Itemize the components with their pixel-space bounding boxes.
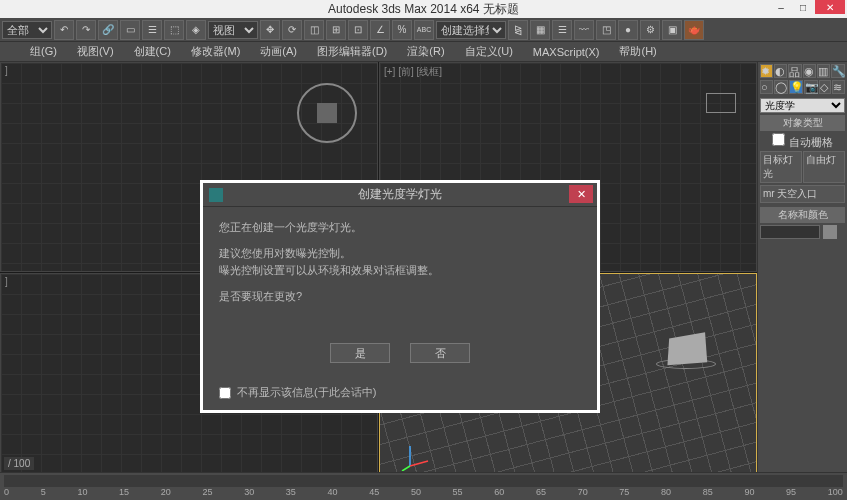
menu-modifiers[interactable]: 修改器(M) bbox=[181, 42, 251, 61]
render-setup-icon[interactable]: ⚙ bbox=[640, 20, 660, 40]
link-icon[interactable]: 🔗 bbox=[98, 20, 118, 40]
rotate-icon[interactable]: ⟳ bbox=[282, 20, 302, 40]
svg-line-1 bbox=[410, 461, 428, 466]
axis-gizmo-icon bbox=[400, 441, 430, 471]
menu-graph-editors[interactable]: 图形编辑器(D) bbox=[307, 42, 397, 61]
viewport-label: [+] [前] [线框] bbox=[384, 65, 442, 79]
minimize-button[interactable]: – bbox=[771, 0, 791, 14]
dialog-checkbox-row: 不再显示该信息(于此会话中) bbox=[203, 379, 597, 410]
object-name-input[interactable] bbox=[760, 225, 820, 239]
tick: 80 bbox=[661, 487, 671, 497]
menu-help[interactable]: 帮助(H) bbox=[609, 42, 666, 61]
curve-editor-icon[interactable]: 〰 bbox=[574, 20, 594, 40]
material-icon[interactable]: ● bbox=[618, 20, 638, 40]
menu-rendering[interactable]: 渲染(R) bbox=[397, 42, 454, 61]
timeline-track[interactable] bbox=[4, 475, 843, 487]
light-gizmo-icon bbox=[297, 83, 357, 143]
select-name-icon[interactable]: ☰ bbox=[142, 20, 162, 40]
select-icon[interactable]: ▭ bbox=[120, 20, 140, 40]
modify-tab-icon[interactable]: ◐ bbox=[774, 64, 787, 78]
tick: 40 bbox=[328, 487, 338, 497]
menu-group[interactable]: 组(G) bbox=[20, 42, 67, 61]
dont-show-again-checkbox[interactable] bbox=[219, 387, 231, 399]
mr-sky-portal-button[interactable]: mr 天空入口 bbox=[760, 185, 845, 203]
tick: 60 bbox=[494, 487, 504, 497]
selection-set-dropdown[interactable]: 创建选择集 bbox=[436, 21, 506, 39]
redo-icon[interactable]: ↷ bbox=[76, 20, 96, 40]
render-frame-icon[interactable]: ▣ bbox=[662, 20, 682, 40]
viewport-label: ] bbox=[5, 65, 8, 76]
tick: 35 bbox=[286, 487, 296, 497]
photometric-light-dialog: 创建光度学灯光 ✕ 您正在创建一个光度学灯光。 建议您使用对数曝光控制。 曝光控… bbox=[200, 180, 600, 413]
cube-gizmo-icon bbox=[706, 93, 736, 113]
category-dropdown[interactable]: 光度学 bbox=[760, 98, 845, 113]
scope-dropdown[interactable]: 全部 bbox=[2, 21, 52, 39]
tick: 95 bbox=[786, 487, 796, 497]
tick: 45 bbox=[369, 487, 379, 497]
tick: 30 bbox=[244, 487, 254, 497]
menu-bar: 组(G) 视图(V) 创建(C) 修改器(M) 动画(A) 图形编辑器(D) 渲… bbox=[0, 42, 847, 62]
render-icon[interactable]: 🫖 bbox=[684, 20, 704, 40]
menu-customize[interactable]: 自定义(U) bbox=[455, 42, 523, 61]
main-toolbar: 全部 ↶ ↷ 🔗 ▭ ☰ ⬚ ◈ 视图 ✥ ⟳ ◫ ⊞ ⊡ ∠ % ABC 创建… bbox=[0, 18, 847, 42]
motion-tab-icon[interactable]: ◉ bbox=[803, 64, 816, 78]
autogrid-checkbox[interactable] bbox=[772, 133, 785, 146]
menu-create[interactable]: 创建(C) bbox=[124, 42, 181, 61]
dialog-text-line4: 是否要现在更改? bbox=[219, 288, 581, 306]
timeline[interactable]: 0 5 10 15 20 25 30 35 40 45 50 55 60 65 … bbox=[0, 472, 847, 500]
frame-indicator: / 100 bbox=[4, 457, 34, 470]
helpers-tab-icon[interactable]: ◇ bbox=[819, 80, 832, 94]
dialog-titlebar: 创建光度学灯光 ✕ bbox=[203, 183, 597, 207]
dialog-yes-button[interactable]: 是 bbox=[330, 343, 390, 363]
dialog-text-line3: 曝光控制设置可以从环境和效果对话框调整。 bbox=[219, 262, 581, 280]
tick: 55 bbox=[453, 487, 463, 497]
geometry-tab-icon[interactable]: ○ bbox=[760, 80, 773, 94]
target-light-button[interactable]: 目标灯光 bbox=[760, 151, 802, 183]
filter-icon[interactable]: ◈ bbox=[186, 20, 206, 40]
dialog-no-button[interactable]: 否 bbox=[410, 343, 470, 363]
panel-tabs-row1: ✹ ◐ 品 ◉ ▥ 🔧 bbox=[760, 64, 845, 78]
menu-maxscript[interactable]: MAXScript(X) bbox=[523, 44, 610, 60]
cube-object-icon bbox=[666, 334, 716, 369]
tick: 5 bbox=[41, 487, 46, 497]
view-dropdown[interactable]: 视图 bbox=[208, 21, 258, 39]
utilities-tab-icon[interactable]: 🔧 bbox=[831, 64, 845, 78]
undo-icon[interactable]: ↶ bbox=[54, 20, 74, 40]
mirror-icon[interactable]: ⧎ bbox=[508, 20, 528, 40]
close-button[interactable]: ✕ bbox=[815, 0, 845, 14]
free-light-button[interactable]: 自由灯 bbox=[803, 151, 845, 183]
schematic-icon[interactable]: ◳ bbox=[596, 20, 616, 40]
space-warps-tab-icon[interactable]: ≋ bbox=[832, 80, 845, 94]
tick: 65 bbox=[536, 487, 546, 497]
move-icon[interactable]: ✥ bbox=[260, 20, 280, 40]
title-text: Autodesk 3ds Max 2014 x64 无标题 bbox=[328, 1, 519, 18]
lights-tab-icon[interactable]: 💡 bbox=[789, 80, 803, 94]
dont-show-again-label: 不再显示该信息(于此会话中) bbox=[237, 385, 376, 400]
scale-icon[interactable]: ◫ bbox=[304, 20, 324, 40]
align-icon[interactable]: ▦ bbox=[530, 20, 550, 40]
dialog-app-icon bbox=[209, 188, 223, 202]
snap-icon[interactable]: ⊡ bbox=[348, 20, 368, 40]
color-swatch[interactable] bbox=[823, 225, 837, 239]
maximize-button[interactable]: □ bbox=[793, 0, 813, 14]
name-color-rollup[interactable]: 名称和颜色 bbox=[760, 207, 845, 223]
display-tab-icon[interactable]: ▥ bbox=[817, 64, 830, 78]
object-type-rollup[interactable]: 对象类型 bbox=[760, 115, 845, 131]
rect-select-icon[interactable]: ⬚ bbox=[164, 20, 184, 40]
dialog-text-line2: 建议您使用对数曝光控制。 bbox=[219, 245, 581, 263]
hierarchy-tab-icon[interactable]: 品 bbox=[788, 64, 801, 78]
angle-snap-icon[interactable]: ∠ bbox=[370, 20, 390, 40]
tick: 90 bbox=[744, 487, 754, 497]
dialog-title-text: 创建光度学灯光 bbox=[358, 186, 442, 203]
cameras-tab-icon[interactable]: 📷 bbox=[804, 80, 818, 94]
dialog-button-row: 是 否 bbox=[219, 335, 581, 367]
menu-animation[interactable]: 动画(A) bbox=[250, 42, 307, 61]
dialog-close-button[interactable]: ✕ bbox=[569, 185, 593, 203]
menu-view[interactable]: 视图(V) bbox=[67, 42, 124, 61]
abc-icon[interactable]: ABC bbox=[414, 20, 434, 40]
create-tab-icon[interactable]: ✹ bbox=[760, 64, 773, 78]
coord-icon[interactable]: ⊞ bbox=[326, 20, 346, 40]
percent-snap-icon[interactable]: % bbox=[392, 20, 412, 40]
shapes-tab-icon[interactable]: ◯ bbox=[774, 80, 788, 94]
layer-icon[interactable]: ☰ bbox=[552, 20, 572, 40]
